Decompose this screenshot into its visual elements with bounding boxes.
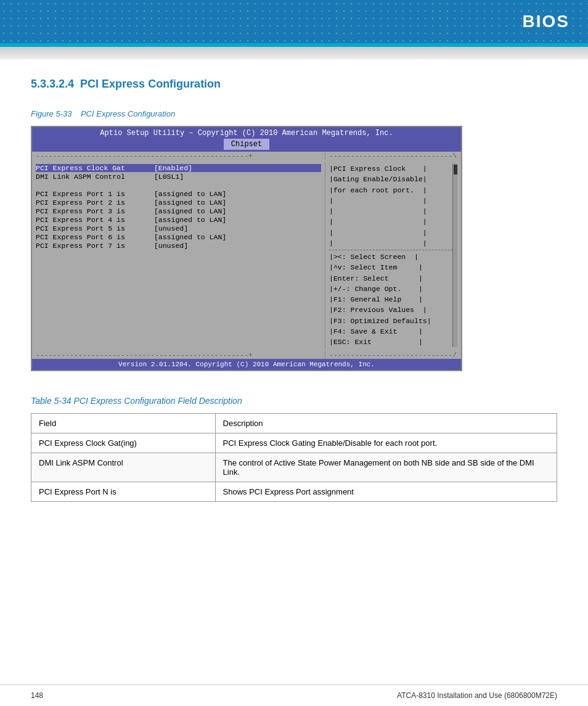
bios-help-header: |PCI Express Clock | bbox=[329, 163, 452, 174]
bios-row-blank1 bbox=[36, 181, 321, 189]
bios-key-select-item: |^v: Select Item | bbox=[329, 262, 452, 273]
figure-caption: Figure 5-33 PCI Express Configuration bbox=[31, 109, 557, 118]
bios-scrollbar[interactable] bbox=[452, 163, 457, 347]
bios-row-clock-gat: PCI Express Clock Gat [Enabled] bbox=[36, 164, 321, 172]
field-dmi: DMI Link ASPM Control bbox=[31, 453, 216, 482]
desc-clock-gat: PCI Express Clock Gating Enable/Disable … bbox=[215, 433, 557, 453]
bios-footer: Version 2.01.1204. Copyright (C) 2010 Am… bbox=[32, 359, 461, 370]
field-clock-gat: PCI Express Clock Gat(ing) bbox=[31, 433, 216, 453]
field-port-n: PCI Express Port N is bbox=[31, 482, 216, 502]
bios-help-blank4: | | bbox=[329, 228, 452, 238]
main-content: 5.3.3.2.4 PCI Express Configuration Figu… bbox=[0, 59, 588, 527]
bios-key-esc: |ESC: Exit | bbox=[329, 337, 452, 347]
bios-help-blank5: | | bbox=[329, 238, 452, 248]
bios-row-blank4 bbox=[36, 268, 321, 276]
bios-row-dmi: DMI Link ASPM Control [L0SL1] bbox=[36, 173, 321, 181]
page-footer: 148 ATCA-8310 Installation and Use (6806… bbox=[0, 684, 588, 706]
desc-dmi: The control of Active State Power Manage… bbox=[215, 453, 557, 482]
page-number: 148 bbox=[31, 691, 43, 700]
header-dots bbox=[0, 0, 588, 43]
desc-port-n: Shows PCI Express Port assignment bbox=[215, 482, 557, 502]
bios-title-row: Aptio Setup Utility – Copyright (C) 2010… bbox=[32, 127, 461, 152]
bios-row-port7: PCI Express Port 7 is [unused] bbox=[36, 242, 321, 250]
bios-help-blank2: | | bbox=[329, 206, 452, 216]
bios-row-port2: PCI Express Port 2 is [assigned to LAN] bbox=[36, 199, 321, 207]
bios-key-f2: |F2: Previous Values | bbox=[329, 305, 452, 315]
bios-row-port1: PCI Express Port 1 is [assigned to LAN] bbox=[36, 190, 321, 198]
bios-key-f3: |F3: Optimized Defaults| bbox=[329, 316, 452, 326]
section-heading: 5.3.3.2.4 PCI Express Configuration bbox=[31, 78, 557, 91]
bios-help-blank1: | | bbox=[329, 195, 452, 206]
bios-row-port4: PCI Express Port 4 is [assigned to LAN] bbox=[36, 216, 321, 224]
table-header-description: Description bbox=[215, 414, 557, 433]
bios-row-blank10 bbox=[36, 319, 321, 327]
bios-help-line1: |Gating Enable/Disable| bbox=[329, 174, 452, 184]
table-row: DMI Link ASPM Control The control of Act… bbox=[31, 453, 557, 482]
bios-key-f1: |F1: General Help | bbox=[329, 294, 452, 305]
bios-help-blank3: | | bbox=[329, 216, 452, 227]
bios-row-blank2 bbox=[36, 250, 321, 258]
bios-right-panel: |PCI Express Clock | |Gating Enable/Disa… bbox=[325, 162, 461, 348]
bios-row-blank5 bbox=[36, 276, 321, 284]
bios-row-port3: PCI Express Port 3 is [assigned to LAN] bbox=[36, 207, 321, 215]
bios-screenshot: Aptio Setup Utility – Copyright (C) 2010… bbox=[31, 126, 462, 371]
bios-help-divider bbox=[329, 250, 452, 250]
bios-row-port5: PCI Express Port 5 is [unused] bbox=[36, 224, 321, 232]
table-header-field: Field bbox=[31, 414, 216, 433]
bios-key-change: |+/-: Change Opt. | bbox=[329, 284, 452, 294]
description-table: Field Description PCI Express Clock Gat(… bbox=[31, 413, 557, 502]
bios-scrollbar-thumb bbox=[454, 165, 457, 174]
bios-key-f4: |F4: Save & Exit | bbox=[329, 326, 452, 337]
bios-row-blank8 bbox=[36, 302, 321, 310]
bios-row-blank9 bbox=[36, 311, 321, 319]
bios-row-blank3 bbox=[36, 259, 321, 267]
bios-row-blank6 bbox=[36, 285, 321, 293]
gray-bar bbox=[0, 47, 588, 59]
bios-help-line2: |for each root port. | bbox=[329, 185, 452, 195]
bios-key-enter: |Enter: Select | bbox=[329, 273, 452, 284]
table-row: PCI Express Clock Gat(ing) PCI Express C… bbox=[31, 433, 557, 453]
bios-row-port6: PCI Express Port 6 is [assigned to LAN] bbox=[36, 233, 321, 241]
bios-separator: ----------------------------------------… bbox=[36, 152, 253, 160]
header-title: BIOS bbox=[523, 12, 570, 31]
bios-row-blank7 bbox=[36, 293, 321, 302]
top-header: BIOS bbox=[0, 0, 588, 43]
bios-key-select-screen: |><: Select Screen | bbox=[329, 252, 452, 262]
bios-body: PCI Express Clock Gat [Enabled] DMI Link… bbox=[32, 160, 461, 351]
document-title: ATCA-8310 Installation and Use (6806800M… bbox=[397, 691, 557, 700]
bios-tab: Chipset bbox=[224, 139, 269, 150]
table-row: PCI Express Port N is Shows PCI Express … bbox=[31, 482, 557, 502]
bios-left-panel: PCI Express Clock Gat [Enabled] DMI Link… bbox=[32, 162, 325, 348]
table-caption: Table 5-34 PCI Express Configuration Fie… bbox=[31, 396, 557, 406]
